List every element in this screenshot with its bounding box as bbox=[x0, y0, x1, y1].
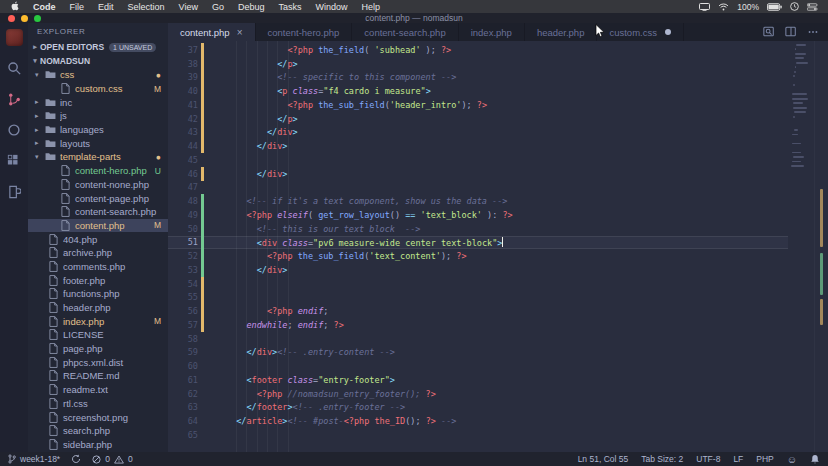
code-line-64[interactable]: 64 </article><!-- #post-<?php the_ID(); … bbox=[168, 414, 788, 428]
folder-template-parts[interactable]: ▾template-parts● bbox=[28, 150, 168, 164]
code-line-38[interactable]: 38 </p> bbox=[168, 57, 788, 71]
file-404.php[interactable]: 404.php bbox=[28, 232, 168, 246]
tab-custom.css[interactable]: custom.css bbox=[597, 23, 684, 41]
folder-css[interactable]: ▾css● bbox=[28, 68, 168, 82]
close-window-button[interactable] bbox=[8, 15, 15, 22]
code-line-39[interactable]: 39 <!-- specific to this component --> bbox=[168, 71, 788, 85]
code-line-46[interactable]: 46 </div> bbox=[168, 167, 788, 181]
file-archive.php[interactable]: archive.php bbox=[28, 246, 168, 260]
root-folder-header[interactable]: ▾ NOMADSUN bbox=[28, 54, 168, 68]
code-line-55[interactable]: 55 bbox=[168, 291, 788, 305]
code-line-41[interactable]: 41 <?php the_sub_field('header_intro'); … bbox=[168, 98, 788, 112]
extensions-icon[interactable] bbox=[4, 151, 24, 171]
tab-content-search.php[interactable]: content-search.php bbox=[352, 23, 458, 41]
file-content-none.php[interactable]: content-none.php bbox=[28, 178, 168, 192]
menu-go[interactable]: Go bbox=[205, 2, 231, 12]
code-line-62[interactable]: 62 <?php //nomadsun_entry_footer(); ?> bbox=[168, 387, 788, 401]
source-control-icon[interactable] bbox=[4, 89, 24, 109]
minimap[interactable] bbox=[790, 44, 812, 174]
split-editor-icon[interactable] bbox=[785, 26, 797, 38]
tab-header.php[interactable]: header.php bbox=[525, 23, 598, 41]
menu-file[interactable]: File bbox=[63, 2, 92, 12]
file-comments.php[interactable]: comments.php bbox=[28, 260, 168, 274]
brew-icon[interactable] bbox=[4, 182, 24, 202]
file-screenshot.png[interactable]: screenshot.png bbox=[28, 410, 168, 424]
file-search.php[interactable]: search.php bbox=[28, 424, 168, 438]
wifi-icon[interactable] bbox=[718, 3, 729, 11]
code-line-58[interactable]: 58 bbox=[168, 332, 788, 346]
folder-js[interactable]: ▸js bbox=[28, 109, 168, 123]
feedback-smiley-icon[interactable]: ☺ bbox=[787, 454, 797, 465]
code-line-52[interactable]: 52 <?php the_sub_field('text_content'); … bbox=[168, 249, 788, 263]
code-line-53[interactable]: 53 </div> bbox=[168, 263, 788, 277]
file-README.md[interactable]: README.md bbox=[28, 369, 168, 383]
file-index.php[interactable]: index.phpM bbox=[28, 314, 168, 328]
menu-window[interactable]: Window bbox=[308, 2, 354, 12]
minimize-window-button[interactable] bbox=[21, 15, 28, 22]
overview-ruler[interactable] bbox=[814, 41, 828, 452]
code-line-57[interactable]: 57 endwhile; endif; ?> bbox=[168, 318, 788, 332]
more-actions-icon[interactable] bbox=[807, 26, 819, 38]
code-line-63[interactable]: 63 </footer><!-- .entry-footer --> bbox=[168, 401, 788, 415]
code-line-54[interactable]: 54 bbox=[168, 277, 788, 291]
sync-status[interactable] bbox=[71, 454, 81, 464]
code-line-44[interactable]: 44 </div> bbox=[168, 139, 788, 153]
code-line-51[interactable]: 51 <div class="pv6 measure-wide center t… bbox=[168, 236, 788, 250]
apple-icon[interactable] bbox=[10, 1, 22, 12]
code-editor[interactable]: 37 <?php the_field( 'subhead' ); ?>38 </… bbox=[168, 41, 828, 452]
folder-inc[interactable]: ▸inc bbox=[28, 95, 168, 109]
menu-view[interactable]: View bbox=[172, 2, 205, 12]
file-custom.css[interactable]: custom.cssM bbox=[28, 82, 168, 96]
git-branch-status[interactable]: week1-18* bbox=[8, 454, 60, 464]
folder-languages[interactable]: ▸languages bbox=[28, 123, 168, 137]
status-item-0[interactable]: Ln 51, Col 55 bbox=[578, 454, 629, 464]
file-content-search.php[interactable]: content-search.php bbox=[28, 205, 168, 219]
code-line-43[interactable]: 43 </div> bbox=[168, 126, 788, 140]
control-center-icon[interactable] bbox=[807, 3, 818, 11]
open-editors-section[interactable]: ▸ OPEN EDITORS 1 UNSAVED bbox=[28, 40, 168, 54]
file-functions.php[interactable]: functions.php bbox=[28, 287, 168, 301]
file-readme.txt[interactable]: readme.txt bbox=[28, 383, 168, 397]
code-line-50[interactable]: 50 <!-- this is our text block --> bbox=[168, 222, 788, 236]
status-item-2[interactable]: UTF-8 bbox=[696, 454, 720, 464]
code-line-56[interactable]: 56 <?php endif; bbox=[168, 304, 788, 318]
menu-tasks[interactable]: Tasks bbox=[271, 2, 308, 12]
menu-code[interactable]: Code bbox=[26, 2, 63, 12]
debug-icon[interactable] bbox=[4, 120, 24, 140]
workspace-logo[interactable] bbox=[4, 27, 24, 47]
notifications-bell-icon[interactable] bbox=[810, 454, 820, 465]
file-rtl.css[interactable]: rtl.css bbox=[28, 397, 168, 411]
code-line-48[interactable]: 48 <!-- if it's a text component, show u… bbox=[168, 194, 788, 208]
tab-content.php[interactable]: content.php× bbox=[168, 23, 256, 41]
menu-edit[interactable]: Edit bbox=[91, 2, 121, 12]
code-line-49[interactable]: 49 <?php elseif( get_row_layout() == 'te… bbox=[168, 208, 788, 222]
status-item-4[interactable]: PHP bbox=[756, 454, 773, 464]
menu-selection[interactable]: Selection bbox=[121, 2, 172, 12]
code-line-59[interactable]: 59 </div><!-- .entry-content --> bbox=[168, 346, 788, 360]
tab-index.php[interactable]: index.php bbox=[459, 23, 525, 41]
file-phpcs.xml.dist[interactable]: phpcs.xml.dist bbox=[28, 355, 168, 369]
file-content.php[interactable]: content.phpM bbox=[28, 219, 168, 233]
file-page.php[interactable]: page.php bbox=[28, 342, 168, 356]
code-line-42[interactable]: 42 </p> bbox=[168, 112, 788, 126]
file-content-page.php[interactable]: content-page.php bbox=[28, 191, 168, 205]
code-line-40[interactable]: 40 <p class="f4 cardo i measure"> bbox=[168, 84, 788, 98]
problems-status[interactable]: 0 0 bbox=[92, 454, 132, 464]
status-item-1[interactable]: Tab Size: 2 bbox=[641, 454, 683, 464]
file-content-hero.php[interactable]: content-hero.phpU bbox=[28, 164, 168, 178]
file-sidebar.php[interactable]: sidebar.php bbox=[28, 438, 168, 452]
code-line-65[interactable]: 65 bbox=[168, 428, 788, 442]
file-LICENSE[interactable]: LICENSE bbox=[28, 328, 168, 342]
file-footer.php[interactable]: footer.php bbox=[28, 273, 168, 287]
menu-debug[interactable]: Debug bbox=[231, 2, 272, 12]
code-line-45[interactable]: 45 bbox=[168, 153, 788, 167]
display-icon[interactable] bbox=[699, 3, 710, 11]
code-line-37[interactable]: 37 <?php the_field( 'subhead' ); ?> bbox=[168, 43, 788, 57]
tab-content-hero.php[interactable]: content-hero.php bbox=[256, 23, 353, 41]
zoom-window-button[interactable] bbox=[34, 15, 41, 22]
search-icon[interactable] bbox=[4, 58, 24, 78]
open-changes-icon[interactable] bbox=[763, 26, 775, 38]
file-header.php[interactable]: header.php bbox=[28, 301, 168, 315]
menu-help[interactable]: Help bbox=[355, 2, 388, 12]
close-icon[interactable]: × bbox=[237, 27, 243, 38]
